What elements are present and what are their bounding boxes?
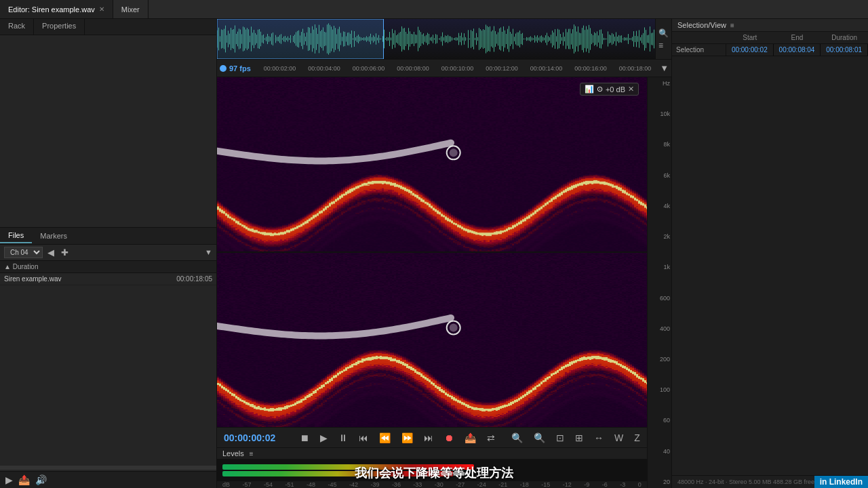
tab-editor[interactable]: Editor: Siren example.wav ✕ [0, 0, 113, 18]
export-transport-btn[interactable]: 📤 [462, 431, 479, 445]
loop-transport-btn[interactable]: ⇄ [484, 431, 498, 445]
file-duration: 00:00:18:05 [158, 275, 212, 283]
play-btn[interactable]: ▶ [317, 431, 330, 445]
zoom-w-btn[interactable]: W [612, 431, 626, 445]
timeline-mark: 00:00:18:00 [613, 65, 657, 72]
toolbar-levels-icon[interactable]: 📊 [585, 85, 594, 94]
channel-select[interactable]: Ch 04Ch 01Ch 02Ch 03 [4, 247, 43, 258]
rack-tab[interactable]: Rack [0, 19, 34, 35]
timeline-mark: 00:00:10:00 [435, 65, 479, 72]
sv-selection-start[interactable]: 00:00:00:02 [726, 44, 774, 56]
volume-btn[interactable]: 🔊 [35, 474, 47, 485]
markers-tab[interactable]: Markers [32, 229, 75, 243]
tab-editor-label: Editor: Siren example.wav [8, 5, 95, 14]
sv-col-end: End [774, 32, 821, 44]
properties-tab[interactable]: Properties [34, 19, 85, 35]
timeline-mark: 00:00:04:00 [302, 65, 346, 72]
sv-col-empty [672, 32, 726, 44]
sv-col-start: Start [726, 32, 774, 44]
sv-selection-end[interactable]: 00:00:08:04 [774, 44, 821, 56]
next-btn[interactable]: ⏭ [421, 431, 436, 445]
zoom-z-btn[interactable]: Z [631, 431, 643, 445]
timeline-mark: 00:00:12:00 [479, 65, 524, 72]
toolbar-pin-btn[interactable]: ✕ [628, 85, 634, 94]
tab-editor-close[interactable]: ✕ [99, 5, 104, 13]
sv-menu-btn[interactable]: ≡ [730, 22, 734, 29]
sv-selection-duration[interactable]: 00:00:08:01 [821, 44, 868, 56]
left-bottom-bar: ▶ 📤 🔊 [0, 471, 216, 488]
add-btn[interactable]: ✚ [59, 247, 71, 258]
spectrogram-bottom[interactable] [217, 253, 647, 427]
play-btn-left[interactable]: ▶ [5, 474, 13, 485]
timeline-mark: 00:00:06:00 [347, 65, 391, 72]
fps-indicator [220, 65, 226, 72]
timecode-display: 00:00:00:02 [224, 432, 292, 443]
linkedin-badge: in LinkedIn [814, 476, 868, 488]
tab-mixer-label: Mixer [121, 5, 140, 14]
spectrogram-container: 📊 ⊙ +0 dB ✕ 00:00:00:02 ⏹ ▶ ⏸ [217, 77, 647, 488]
left-scrollbar[interactable] [0, 466, 216, 470]
timeline-ruler: 97 fps 00:00:02:0000:00:04:0000:00:06:00… [217, 60, 671, 77]
record-btn[interactable]: ⏺ [441, 431, 456, 445]
overview-controls: 🔍 ≡ [655, 19, 671, 59]
files-toolbar: Ch 04Ch 01Ch 02Ch 03 ◀ ✚ ▼ [0, 245, 216, 261]
rack-props-header: Rack Properties [0, 19, 216, 35]
zoom-out-btn[interactable]: 🔍 [509, 431, 526, 445]
left-panel: Rack Properties Files Markers Ch 04Ch 01… [0, 19, 217, 488]
tab-mixer[interactable]: Mixer [113, 0, 149, 18]
levels-bar-ch2 [222, 471, 453, 476]
files-list: Siren example.wav 00:00:18:05 [0, 273, 216, 465]
right-panel: 🔍 ≡ 97 fps 00:00:02:0000:00:04:0000:00:0… [217, 19, 671, 488]
ff-btn[interactable]: ⏩ [399, 431, 416, 445]
sv-row-selection-label: Selection [672, 44, 726, 56]
levels-bar-ch1 [222, 464, 474, 470]
zoom-in-btn[interactable]: 🔍 [531, 431, 548, 445]
selection-view-panel: Selection/View ≡ Start End Duration Sele… [671, 19, 868, 488]
zoom-in-overview[interactable]: 🔍 [658, 28, 669, 38]
levels-header: Levels ≡ [217, 448, 647, 460]
levels-db-labels: dB -57 -54 -51 -48 -45 -42 -39 -36 -33 -… [217, 481, 647, 488]
rack-empty-area [0, 35, 216, 227]
timeline-marks: 00:00:02:0000:00:04:0000:00:06:0000:00:0… [258, 65, 657, 72]
timeline-mark: 00:00:08:00 [391, 65, 435, 72]
timeline-end-btn[interactable]: ▼ [657, 62, 671, 75]
files-markers-header: Files Markers [0, 227, 216, 245]
sv-col-duration: Duration [821, 32, 868, 44]
levels-label: Levels [222, 449, 244, 458]
stop-btn[interactable]: ⏹ [297, 431, 312, 445]
transport-bar: 00:00:00:02 ⏹ ▶ ⏸ ⏮ ⏪ ⏩ ⏭ ⏺ 📤 ⇄ 🔍 🔍 ⊡ ⊞ [217, 427, 647, 447]
spectrogram-canvas-top [217, 77, 647, 251]
waveform-overview-inner[interactable] [217, 19, 655, 59]
overview-menu[interactable]: ≡ [658, 41, 669, 50]
spectrogram-top[interactable]: 📊 ⊙ +0 dB ✕ [217, 77, 647, 253]
spectrogram-toolbar: 📊 ⊙ +0 dB ✕ [580, 83, 639, 96]
fit-btn[interactable]: ⊡ [553, 431, 567, 445]
sv-grid: Start End Duration Selection 00:00:00:02… [672, 32, 868, 56]
waveform-overview: 🔍 ≡ [217, 19, 671, 60]
levels-menu-btn[interactable]: ≡ [250, 450, 254, 458]
sv-label: Selection/View [677, 21, 726, 29]
freq-labels: Hz 10k 8k 6k 4k 2k 1k 600 400 200 100 60… [647, 77, 671, 488]
main-layout: Rack Properties Files Markers Ch 04Ch 01… [0, 19, 868, 488]
export-btn[interactable]: 📤 [18, 474, 30, 485]
fit-all-btn[interactable]: ↔ [591, 431, 606, 445]
filter-btn[interactable]: ▼ [205, 248, 212, 256]
spectrogram-canvas-bottom [217, 253, 647, 427]
prev-btn[interactable]: ⏮ [356, 431, 371, 445]
files-tab[interactable]: Files [0, 228, 32, 243]
fps-label: 97 fps [229, 64, 251, 73]
fps-display: 97 fps [220, 64, 251, 73]
timeline-mark: 00:00:14:00 [524, 65, 568, 72]
waveform-canvas [217, 19, 655, 59]
list-item[interactable]: Siren example.wav 00:00:18:05 [0, 273, 216, 285]
spectrogram-area: 📊 ⊙ +0 dB ✕ 00:00:00:02 ⏹ ▶ ⏸ [217, 77, 671, 488]
go-back-btn[interactable]: ◀ [45, 247, 56, 258]
pause-btn[interactable]: ⏸ [336, 431, 351, 445]
toolbar-circle-btn[interactable]: ⊙ [597, 85, 603, 94]
rewind-btn[interactable]: ⏪ [376, 431, 393, 445]
sv-header: Selection/View ≡ [672, 19, 868, 32]
levels-meter [217, 460, 647, 481]
files-list-header: ▲ Duration [0, 261, 216, 273]
zoom-sel-btn[interactable]: ⊞ [572, 431, 586, 445]
toolbar-db-label: +0 dB [606, 85, 625, 94]
